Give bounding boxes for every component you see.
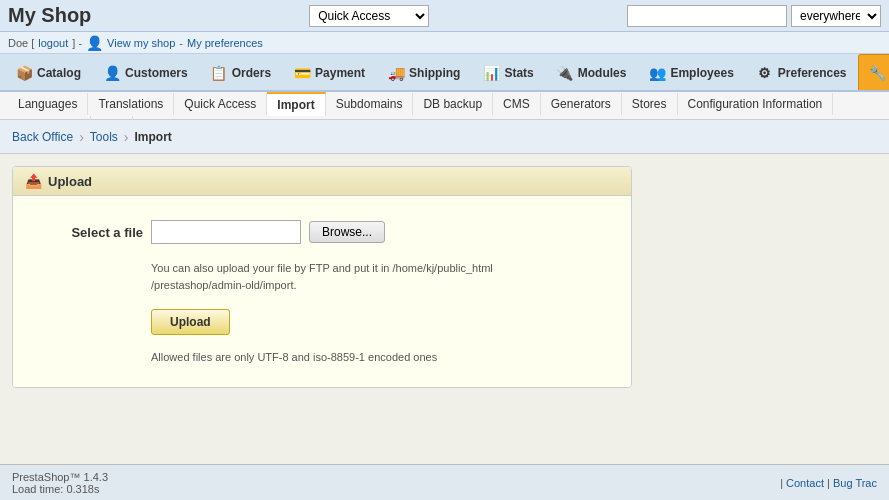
file-input[interactable] [151,220,301,244]
main-nav: 📦 Catalog 👤 Customers 📋 Orders 💳 Payment… [0,54,889,92]
content-area: 📤 Upload Select a file Browse... You can… [0,154,889,500]
bug-link[interactable]: Bug Trac [833,477,877,489]
browse-button[interactable]: Browse... [309,221,385,243]
select-file-label: Select a file [43,225,143,240]
subnav-languages[interactable]: Languages [8,93,88,115]
nav-catalog[interactable]: 📦 Catalog [4,54,92,90]
shop-title: My Shop [8,4,91,27]
ftp-hint: You can also upload your file by FTP and… [151,260,601,293]
search-input[interactable] [627,5,787,27]
catalog-icon: 📦 [15,64,33,82]
person-icon: 👤 [86,35,103,51]
nav-employees-label: Employees [670,66,733,80]
nav-customers[interactable]: 👤 Customers [92,54,199,90]
nav-preferences[interactable]: ⚙ Preferences [745,54,858,90]
breadcrumb-sep-2: › [124,129,129,145]
file-select-row: Select a file Browse... [43,220,601,244]
nav-modules[interactable]: 🔌 Modules [545,54,638,90]
user-bar: Doe [ logout ] - 👤 View my shop - My pre… [0,32,889,54]
logout-link[interactable]: logout [38,37,68,49]
nav-catalog-label: Catalog [37,66,81,80]
nav-modules-label: Modules [578,66,627,80]
footer: PrestaShop™ 1.4.3 Load time: 0.318s | Co… [0,464,889,500]
load-time-text: Load time: 0.318s [12,483,99,495]
page-wrapper: My Shop Quick Access everywhere Doe [ lo… [0,0,889,500]
nav-orders[interactable]: 📋 Orders [199,54,282,90]
top-bar: My Shop Quick Access everywhere [0,0,889,32]
modules-icon: 🔌 [556,64,574,82]
subnav-subdomains[interactable]: Subdomains [326,93,414,115]
breadcrumb-back-office[interactable]: Back Office [12,130,73,144]
orders-icon: 📋 [210,64,228,82]
contact-link[interactable]: Contact [786,477,824,489]
stats-icon: 📊 [482,64,500,82]
shipping-icon: 🚚 [387,64,405,82]
tools-icon: 🔧 [869,64,887,82]
payment-icon: 💳 [293,64,311,82]
upload-button[interactable]: Upload [151,309,230,335]
subnav-translations[interactable]: Translations [88,93,174,115]
nav-employees[interactable]: 👥 Employees [637,54,744,90]
subnav-generators[interactable]: Generators [541,93,622,115]
separator-text: ] - [72,37,82,49]
footer-left: PrestaShop™ 1.4.3 Load time: 0.318s [12,471,108,495]
preferences-link[interactable]: My preferences [187,37,263,49]
nav-shipping[interactable]: 🚚 Shipping [376,54,471,90]
nav-preferences-label: Preferences [778,66,847,80]
preferences-icon: ⚙ [756,64,774,82]
nav-stats[interactable]: 📊 Stats [471,54,544,90]
upload-panel-title: Upload [48,174,92,189]
breadcrumb-bar: Back Office › Tools › Import [0,120,889,154]
search-scope-select[interactable]: everywhere [791,5,881,27]
subnav-import[interactable]: Import [267,92,325,116]
upload-panel-body: Select a file Browse... You can also upl… [13,196,631,387]
quick-access-select[interactable]: Quick Access [309,5,429,27]
upload-panel: 📤 Upload Select a file Browse... You can… [12,166,632,388]
quick-access-wrapper: Quick Access [111,5,627,27]
nav-tools[interactable]: 🔧 Tools [858,54,889,90]
subnav-db-backup[interactable]: DB backup [413,93,493,115]
nav-payment[interactable]: 💳 Payment [282,54,376,90]
nav-stats-label: Stats [504,66,533,80]
breadcrumb-import: Import [135,130,172,144]
allowed-files-note: Allowed files are only UTF-8 and iso-885… [151,351,601,363]
nav-payment-label: Payment [315,66,365,80]
subnav-stores[interactable]: Stores [622,93,678,115]
version-text: PrestaShop™ 1.4.3 [12,471,108,483]
nav-shipping-label: Shipping [409,66,460,80]
upload-panel-icon: 📤 [25,173,42,189]
footer-right: | Contact | Bug Trac [780,477,877,489]
view-shop-link[interactable]: View my shop [107,37,175,49]
nav-orders-label: Orders [232,66,271,80]
subnav-configuration-information[interactable]: Configuration Information [678,93,834,115]
sub-nav: Languages Translations Quick Access Impo… [0,92,889,120]
greeting-text: Doe [ [8,37,34,49]
upload-panel-header: 📤 Upload [13,167,631,196]
subnav-quick-access[interactable]: Quick Access [174,93,267,115]
subnav-cms[interactable]: CMS [493,93,541,115]
nav-customers-label: Customers [125,66,188,80]
breadcrumb-tools[interactable]: Tools [90,130,118,144]
breadcrumb-sep-1: › [79,129,84,145]
employees-icon: 👥 [648,64,666,82]
customers-icon: 👤 [103,64,121,82]
dash-text: - [179,37,183,49]
